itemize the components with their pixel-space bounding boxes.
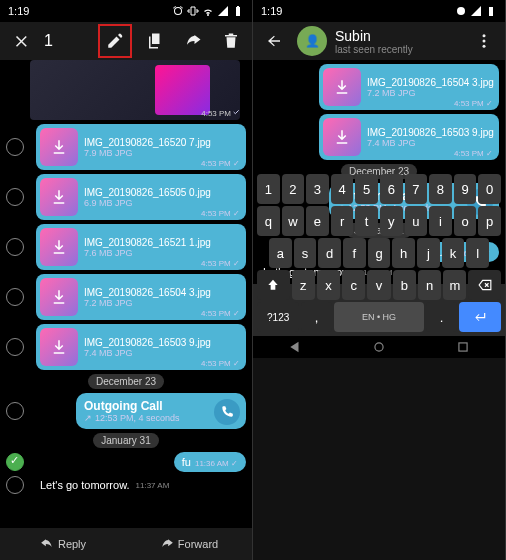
key[interactable]: 8 [429, 174, 452, 204]
statusbar: 1:19 [0, 0, 252, 22]
clock: 1:19 [8, 5, 29, 17]
key[interactable]: g [368, 238, 391, 268]
message-bubble[interactable]: Let's go tomorrow. [40, 479, 130, 491]
selected-count: 1 [44, 32, 90, 50]
key[interactable]: j [417, 238, 440, 268]
key[interactable]: 0 [478, 174, 501, 204]
date-badge: January 31 [93, 433, 158, 448]
forward-footer-button[interactable]: Forward [126, 528, 252, 560]
select-radio-checked[interactable] [6, 453, 24, 471]
key[interactable]: e [306, 206, 329, 236]
key[interactable]: 5 [355, 174, 378, 204]
key[interactable]: q [257, 206, 280, 236]
call-bubble[interactable]: Outgoing Call↗ 12:53 PM, 4 seconds [76, 393, 246, 429]
key[interactable]: u [405, 206, 428, 236]
edit-button[interactable] [100, 26, 130, 56]
download-icon[interactable] [40, 128, 78, 166]
download-icon[interactable] [40, 278, 78, 316]
key[interactable]: i [429, 206, 452, 236]
select-radio[interactable] [6, 288, 24, 306]
key[interactable]: 4 [331, 174, 354, 204]
attachment-bubble[interactable]: IMG_20190826_16504 3.jpg7.2 MB JPG4:53 P… [36, 274, 246, 320]
delete-button[interactable] [216, 26, 246, 56]
space-key[interactable]: EN • HG [334, 302, 425, 332]
key[interactable]: z [292, 270, 315, 300]
nav-recent[interactable] [456, 340, 470, 354]
select-radio[interactable] [6, 476, 24, 494]
date-badge: December 23 [88, 374, 164, 389]
select-radio[interactable] [6, 138, 24, 156]
key[interactable]: x [317, 270, 340, 300]
selection-header: 1 [0, 22, 252, 60]
key[interactable]: 7 [405, 174, 428, 204]
key[interactable]: f [343, 238, 366, 268]
download-icon[interactable] [40, 228, 78, 266]
key[interactable]: d [318, 238, 341, 268]
shift-key[interactable] [257, 270, 290, 300]
nav-home[interactable] [372, 340, 386, 354]
key[interactable]: y [380, 206, 403, 236]
key[interactable]: 2 [282, 174, 305, 204]
select-radio[interactable] [6, 338, 24, 356]
key[interactable]: m [443, 270, 466, 300]
key[interactable]: . [426, 302, 456, 332]
key[interactable]: 1 [257, 174, 280, 204]
chat-header: 👤 Subin last seen recently [253, 22, 505, 60]
attachment-bubble[interactable]: IMG_20190826_16503 9.jpg7.4 MB JPG4:53 P… [319, 114, 499, 160]
key[interactable]: l [466, 238, 489, 268]
more-button[interactable] [469, 26, 499, 56]
enter-key[interactable] [459, 302, 501, 332]
key[interactable]: s [294, 238, 317, 268]
key[interactable]: v [367, 270, 390, 300]
chat-area[interactable]: 4:53 PM IMG_20190826_16520 7.jpg7.9 MB J… [0, 60, 252, 528]
key[interactable]: h [392, 238, 415, 268]
forward-button[interactable] [178, 26, 208, 56]
key[interactable]: p [478, 206, 501, 236]
key[interactable]: r [331, 206, 354, 236]
nav-back[interactable] [288, 340, 302, 354]
status-icons [172, 5, 244, 17]
select-radio[interactable] [6, 188, 24, 206]
close-button[interactable] [6, 26, 36, 56]
key[interactable]: , [301, 302, 331, 332]
vibrate-icon [187, 5, 199, 17]
attachment-bubble[interactable]: IMG_20190826_16521 1.jpg7.6 MB JPG4:53 P… [36, 224, 246, 270]
symbols-key[interactable]: ?123 [257, 302, 299, 332]
user-info[interactable]: Subin last seen recently [335, 28, 461, 55]
alarm-icon [172, 5, 184, 17]
key[interactable]: 6 [380, 174, 403, 204]
download-icon[interactable] [40, 178, 78, 216]
message-bubble[interactable]: fu11:36 AM ✓ [174, 452, 246, 472]
avatar[interactable]: 👤 [297, 26, 327, 56]
action-bar: Reply Forward [0, 528, 252, 560]
key[interactable]: b [393, 270, 416, 300]
key[interactable]: t [355, 206, 378, 236]
key[interactable]: k [442, 238, 465, 268]
select-radio[interactable] [6, 238, 24, 256]
attachment-bubble[interactable]: IMG_20190826_16503 9.jpg7.4 MB JPG4:53 P… [36, 324, 246, 370]
key[interactable]: o [454, 206, 477, 236]
key[interactable]: a [269, 238, 292, 268]
battery-icon [232, 5, 244, 17]
svg-point-0 [483, 34, 486, 37]
key[interactable]: w [282, 206, 305, 236]
download-icon[interactable] [40, 328, 78, 366]
download-icon[interactable] [323, 68, 361, 106]
attachment-bubble[interactable]: IMG_20190826_16520 7.jpg7.9 MB JPG4:53 P… [36, 124, 246, 170]
back-button[interactable] [259, 26, 289, 56]
select-radio[interactable] [6, 402, 24, 420]
status-icons [455, 5, 497, 17]
reply-button[interactable]: Reply [0, 528, 126, 560]
attachment-bubble[interactable]: IMG_20190826_16505 0.jpg6.9 MB JPG4:53 P… [36, 174, 246, 220]
key[interactable]: n [418, 270, 441, 300]
backspace-key[interactable] [468, 270, 501, 300]
download-icon[interactable] [323, 118, 361, 156]
phone-icon[interactable] [214, 399, 240, 425]
key[interactable]: 9 [454, 174, 477, 204]
svg-point-1 [483, 40, 486, 43]
key[interactable]: 3 [306, 174, 329, 204]
copy-button[interactable] [140, 26, 170, 56]
key[interactable]: c [342, 270, 365, 300]
attachment-bubble[interactable]: IMG_20190826_16504 3.jpg7.2 MB JPG4:53 P… [319, 64, 499, 110]
photo-time: 4:53 PM [201, 108, 240, 118]
